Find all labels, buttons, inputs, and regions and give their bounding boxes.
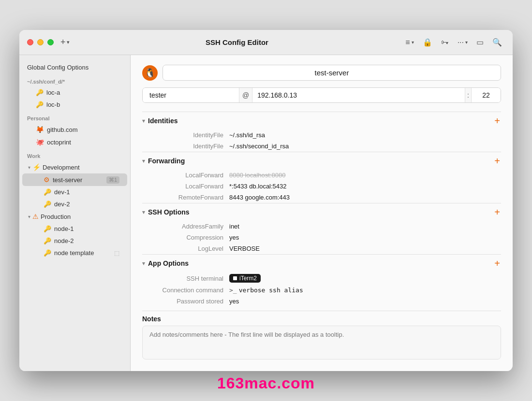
config-row-command: Connection command >_ verbose ssh alias <box>142 285 501 296</box>
config-key: LocalForward <box>152 183 229 190</box>
chevron-down-icon: ▾ <box>142 209 145 215</box>
identities-add-button[interactable]: + <box>493 116 501 126</box>
main-content: Global Config Options ~/.ssh/conf_d/* 🔑 … <box>19 55 513 371</box>
shield-icon: 🔒 <box>423 38 432 47</box>
sidebar-item-dev-2[interactable]: 🔑 dev-2 <box>22 198 127 210</box>
config-row-password: Password stored yes <box>142 296 501 307</box>
section-ssh-options[interactable]: ▾ SSH Options + <box>142 203 501 221</box>
chevron-down-icon: ▾ <box>142 260 145 267</box>
connection-row: @ : <box>142 87 501 103</box>
warning-icon: ⚠ <box>32 213 39 220</box>
chevron-down-icon: ▾ <box>142 118 145 124</box>
sidebar-item-node-template[interactable]: 🔑 node template ⬚ <box>22 247 127 259</box>
sidebar-item-label: test-server <box>53 176 82 184</box>
terminal-button[interactable]: ▭ <box>473 36 487 49</box>
ssh-options-add-button[interactable]: + <box>493 207 501 217</box>
config-key: Connection command <box>152 286 229 294</box>
section-header-left: ▾ App Options <box>142 259 189 267</box>
section-header-left: ▾ Forwarding <box>142 157 185 165</box>
section-title: App Options <box>148 259 189 267</box>
window-title: SSH Config Editor <box>206 38 268 46</box>
section-app-options[interactable]: ▾ App Options + <box>142 254 501 272</box>
group-production[interactable]: ▾ ⚠ Production <box>22 210 127 223</box>
sidebar-item-label: node-1 <box>54 225 74 232</box>
file-icon: 🔑 <box>44 188 51 196</box>
username-input[interactable] <box>143 88 239 102</box>
command-value: >_ verbose ssh alias <box>229 286 501 294</box>
sidebar-item-label: octoprint <box>47 139 71 146</box>
host-name-input[interactable] <box>163 65 501 81</box>
forwarding-add-button[interactable]: + <box>493 156 501 166</box>
section-identities[interactable]: ▾ Identities + <box>142 112 501 129</box>
config-row: AddressFamily inet <box>142 221 501 232</box>
sidebar-item-loc-b[interactable]: 🔑 loc-b <box>22 99 127 111</box>
ssh-options-rows: AddressFamily inet Compression yes LogLe… <box>142 221 501 254</box>
key-button[interactable]: 🗝 <box>438 36 452 49</box>
sidebar-item-node-1[interactable]: 🔑 node-1 <box>22 223 127 235</box>
config-value: inet <box>229 223 501 230</box>
sidebar-item-label: dev-2 <box>54 200 70 208</box>
config-key: LogLevel <box>152 245 229 252</box>
sidebar-item-label: loc-a <box>46 89 60 96</box>
port-input[interactable] <box>472 88 501 102</box>
app-options-add-button[interactable]: + <box>493 258 501 268</box>
detail-pane: 🐧 @ : ▾ Identities + <box>131 55 513 371</box>
config-row-terminal: SSH terminal iTerm2 <box>142 272 501 285</box>
forwarding-rows: LocalForward 8080 localhost:8080 LocalFo… <box>142 170 501 203</box>
list-icon: ≡ <box>405 38 410 47</box>
section-title: Identities <box>148 117 177 125</box>
section-header-left: ▾ Identities <box>142 117 177 125</box>
more-button[interactable]: ··· ▾ <box>455 36 471 49</box>
traffic-lights <box>27 39 54 45</box>
minimize-button[interactable] <box>37 39 44 45</box>
config-value-strikethrough: 8080 localhost:8080 <box>229 172 501 179</box>
sidebar-item-github[interactable]: 🦊 github.com <box>22 123 127 136</box>
section-forwarding[interactable]: ▾ Forwarding + <box>142 152 501 170</box>
maximize-button[interactable] <box>47 39 54 45</box>
terminal-window-icon: ▭ <box>476 38 484 47</box>
file-icon: 🔑 <box>36 89 44 96</box>
config-row: IdentityFile ~/.ssh/id_rsa <box>142 129 501 141</box>
notes-textarea[interactable] <box>142 326 501 359</box>
config-value: yes <box>229 298 501 305</box>
sidebar-item-dev-1[interactable]: 🔑 dev-1 <box>22 186 127 198</box>
key-icon: 🗝 <box>441 38 449 47</box>
add-chevron-icon: ▾ <box>67 39 70 45</box>
command-text: verbose ssh alias <box>239 286 303 294</box>
config-key: RemoteForward <box>152 194 229 201</box>
sidebar-item-label: loc-b <box>46 101 60 108</box>
sidebar-item-label: node-2 <box>54 237 74 244</box>
template-icon: ⬚ <box>114 250 119 257</box>
sidebar-item-test-server[interactable]: ⚙ test-server ⌘1 <box>22 173 127 186</box>
close-button[interactable] <box>27 39 33 45</box>
config-value: yes <box>229 234 501 241</box>
search-button[interactable]: 🔍 <box>489 36 505 49</box>
config-key: LocalForward <box>152 172 229 179</box>
sidebar-item-node-2[interactable]: 🔑 node-2 <box>22 235 127 247</box>
github-icon: 🦊 <box>36 126 44 133</box>
config-row: LogLevel VERBOSE <box>142 243 501 254</box>
shield-button[interactable]: 🔒 <box>420 36 435 49</box>
terminal-badge[interactable]: iTerm2 <box>229 274 261 283</box>
config-value: VERBOSE <box>229 245 501 252</box>
terminal-dot-icon <box>233 276 237 280</box>
sidebar-item-octoprint[interactable]: 🐙 octoprint <box>22 136 127 148</box>
host-input[interactable] <box>252 88 465 102</box>
sidebar-item-label: github.com <box>47 126 78 133</box>
prompt-icon: >_ <box>229 286 237 294</box>
list-view-button[interactable]: ≡ ▾ <box>402 36 416 49</box>
config-key: AddressFamily <box>152 223 229 230</box>
group-development[interactable]: ▾ ⚡ Development <box>22 161 127 173</box>
app-window: + ▾ SSH Config Editor ≡ ▾ 🔒 🗝 ··· ▾ ▭ <box>19 30 513 371</box>
config-row: Compression yes <box>142 232 501 243</box>
add-button[interactable]: + ▾ <box>59 36 72 48</box>
file-icon: 🔑 <box>44 249 51 257</box>
notes-label: Notes <box>142 311 501 326</box>
sidebar-item-loc-a[interactable]: 🔑 loc-a <box>22 86 127 99</box>
app-options-rows: SSH terminal iTerm2 Connection command >… <box>142 272 501 307</box>
config-value: ~/.ssh/id_rsa <box>229 131 501 139</box>
config-value-terminal: iTerm2 <box>229 274 501 283</box>
at-symbol: @ <box>239 88 252 102</box>
watermark: 163mac.com <box>0 374 532 392</box>
global-config-button[interactable]: Global Config Options <box>19 61 130 74</box>
